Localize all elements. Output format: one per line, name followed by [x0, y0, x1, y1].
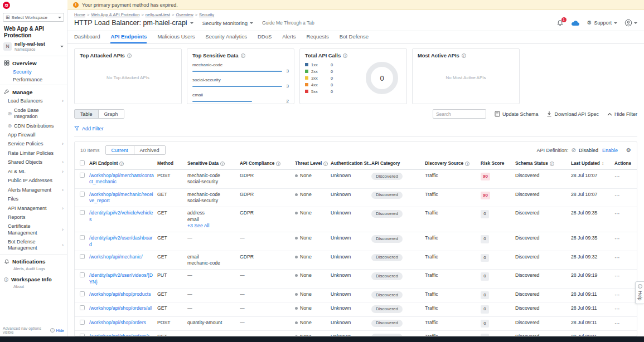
row-actions-button[interactable]: ⋯: [614, 334, 621, 336]
table-row[interactable]: /workshop/api/shop/orders/1GET——NoneUnkn…: [75, 331, 637, 336]
row-checkbox[interactable]: [80, 320, 85, 325]
guide-me-link[interactable]: Guide Me Through a Tab: [262, 20, 314, 26]
enable-api-definition-link[interactable]: Enable: [602, 148, 618, 153]
sidebar-section-notifications[interactable]: Notifications: [0, 256, 67, 266]
table-row[interactable]: /workshop/api/merchant/contact_mechanicP…: [75, 170, 637, 189]
api-endpoint-link[interactable]: /workshop/api/mechanic/: [89, 254, 143, 260]
select-all-checkbox[interactable]: [80, 160, 85, 165]
table-row[interactable]: /workshop/api/mechanic/GETemailmechanic-…: [75, 251, 637, 270]
api-endpoint-link[interactable]: /workshop/api/shop/orders/all: [89, 305, 152, 311]
hide-nav-link[interactable]: Hide: [56, 329, 64, 333]
f5-logo[interactable]: f5: [0, 0, 67, 10]
sidebar-item-ai-ml[interactable]: AI & ML›: [0, 167, 67, 176]
row-checkbox[interactable]: [80, 334, 85, 336]
tab-dashboard[interactable]: Dashboard: [74, 33, 100, 43]
tab-alerts[interactable]: Alerts: [282, 33, 296, 43]
graph-view-button[interactable]: Graph: [98, 110, 124, 118]
row-checkbox[interactable]: [80, 173, 85, 178]
breadcrumb-link-home[interactable]: Home: [74, 12, 85, 17]
namespace-selector[interactable]: N nelly-waf-test Namespace: [0, 41, 67, 55]
column-header-last-updated[interactable]: Last Updated↕: [571, 158, 614, 170]
table-row[interactable]: /identity/api/v2/user/videos/{DYN}PUT——N…: [75, 270, 637, 289]
api-endpoint-link[interactable]: /workshop/api/shop/products: [89, 291, 151, 297]
row-actions-button[interactable]: ⋯: [614, 211, 621, 217]
row-actions-button[interactable]: ⋯: [614, 192, 621, 198]
breadcrumb-link-security[interactable]: Security: [199, 12, 214, 17]
api-endpoint-link[interactable]: /identity/api/v2/user/videos/{DYN}: [89, 272, 153, 284]
user-menu[interactable]: [624, 19, 637, 27]
sidebar-item-rate-limiter-policies[interactable]: Rate Limiter Policies: [0, 149, 67, 158]
api-endpoint-link[interactable]: /workshop/api/mechanic/receive_report: [89, 192, 153, 203]
table-row[interactable]: /identity/api/v2/vehicle/vehiclesGETaddr…: [75, 207, 637, 232]
api-endpoint-link[interactable]: /workshop/api/merchant/contact_mechanic: [89, 173, 154, 184]
row-checkbox[interactable]: [80, 192, 85, 197]
breadcrumb-link-web-app-api-protection[interactable]: Web App & API Protection: [91, 12, 139, 17]
api-endpoint-link[interactable]: /identity/api/v2/vehicle/vehicles: [89, 210, 153, 222]
row-checkbox[interactable]: [80, 235, 85, 240]
cloud-services-button[interactable]: [571, 20, 580, 26]
sidebar-section-manage[interactable]: Manage: [0, 86, 67, 97]
row-actions-button[interactable]: ⋯: [614, 320, 621, 326]
table-row[interactable]: /workshop/api/shop/productsGET——NoneUnkn…: [75, 289, 637, 302]
row-actions-button[interactable]: ⋯: [614, 173, 621, 179]
row-actions-button[interactable]: ⋯: [614, 306, 621, 312]
search-input[interactable]: [433, 109, 486, 119]
table-settings-gear-icon[interactable]: ⚙: [626, 148, 631, 153]
download-api-spec-button[interactable]: Download API Spec: [546, 111, 599, 117]
table-row[interactable]: /workshop/api/shop/orders/allGET——NoneUn…: [75, 302, 637, 316]
sidebar-item-public-ip-addresses[interactable]: Public IP Addresses: [0, 177, 67, 185]
tab-api-endpoints[interactable]: API Endpoints: [110, 33, 147, 43]
api-endpoint-link[interactable]: /identity/api/v2/user/dashboard: [89, 235, 153, 247]
monitoring-dropdown[interactable]: Security Monitoring: [202, 20, 253, 26]
current-tab-button[interactable]: Current: [106, 146, 134, 154]
table-row[interactable]: /workshop/api/shop/ordersPOSTquantity-am…: [75, 316, 637, 330]
row-actions-button[interactable]: ⋯: [614, 273, 621, 279]
sidebar-item-performance[interactable]: Performance: [0, 76, 67, 84]
sort-icon[interactable]: ↕: [602, 161, 604, 166]
add-filter-button[interactable]: Add Filter: [74, 126, 104, 131]
row-checkbox[interactable]: [80, 272, 85, 277]
sidebar-item-app-firewall[interactable]: App Firewall: [0, 130, 67, 139]
update-schema-button[interactable]: Update Schema: [495, 111, 539, 117]
support-menu[interactable]: ⚙ Support: [587, 20, 618, 26]
help-tab[interactable]: i Help: [635, 281, 644, 304]
workspace-selector[interactable]: ⊞ Select Workspace: [3, 13, 64, 22]
notifications-button[interactable]: 1: [556, 19, 564, 27]
tab-security-analytics[interactable]: Security Analytics: [205, 33, 246, 43]
row-actions-button[interactable]: ⋯: [614, 255, 621, 261]
page-title-dropdown[interactable]: HTTP Load Balancer: pm-haiel-crapi: [74, 19, 193, 27]
see-all-link[interactable]: +3 See All: [187, 223, 209, 228]
sidebar-item-load-balancers[interactable]: Load Balancers›: [0, 97, 67, 106]
sidebar-item-certificate-management[interactable]: Certificate Management›: [0, 222, 67, 238]
table-view-button[interactable]: Table: [75, 110, 98, 118]
tab-bot-defense[interactable]: Bot Defense: [340, 33, 369, 43]
tab-malicious-users[interactable]: Malicious Users: [157, 33, 195, 43]
row-checkbox[interactable]: [80, 254, 85, 259]
sidebar-item-shared-objects[interactable]: Shared Objects›: [0, 158, 67, 167]
sidebar-item-files[interactable]: Files: [0, 195, 67, 204]
hide-filter-button[interactable]: Hide Filter: [607, 111, 637, 117]
row-checkbox[interactable]: [80, 305, 85, 310]
table-row[interactable]: /workshop/api/mechanic/receive_reportGET…: [75, 188, 637, 207]
breadcrumb-link-overview[interactable]: Overview: [176, 12, 193, 17]
sidebar-item-bot-defense-management[interactable]: Bot Defense Management›: [0, 238, 67, 253]
api-endpoint-link[interactable]: /workshop/api/shop/orders/1: [89, 334, 150, 336]
row-actions-button[interactable]: ⋯: [614, 292, 621, 298]
sidebar-item-security[interactable]: Security: [0, 68, 67, 76]
row-checkbox[interactable]: [80, 291, 85, 296]
row-checkbox[interactable]: [80, 210, 85, 215]
sidebar-item-api-management[interactable]: API Management›: [0, 204, 67, 213]
sidebar-item-reports[interactable]: Reports: [0, 213, 67, 222]
archived-tab-button[interactable]: Archived: [134, 146, 165, 154]
breadcrumb-link-nelly-waf-test[interactable]: nelly-waf-test: [146, 12, 170, 17]
api-endpoint-link[interactable]: /workshop/api/shop/orders: [89, 320, 146, 325]
table-row[interactable]: /identity/api/v2/user/dashboardGET——None…: [75, 232, 637, 251]
sidebar-section-workspace-info[interactable]: i Workspace Info: [0, 273, 67, 284]
row-actions-button[interactable]: ⋯: [614, 236, 621, 242]
sidebar-item-service-policies[interactable]: Service Policies›: [0, 140, 67, 149]
tab-ddos[interactable]: DDoS: [258, 33, 272, 43]
sidebar-item-cdn-distributions[interactable]: ◎CDN Distributions: [0, 121, 67, 130]
sidebar-item-code-base-integration[interactable]: ◎Code Base Integration: [0, 106, 67, 121]
sidebar-section-overview[interactable]: Overview: [0, 57, 67, 68]
tab-requests[interactable]: Requests: [307, 33, 329, 43]
